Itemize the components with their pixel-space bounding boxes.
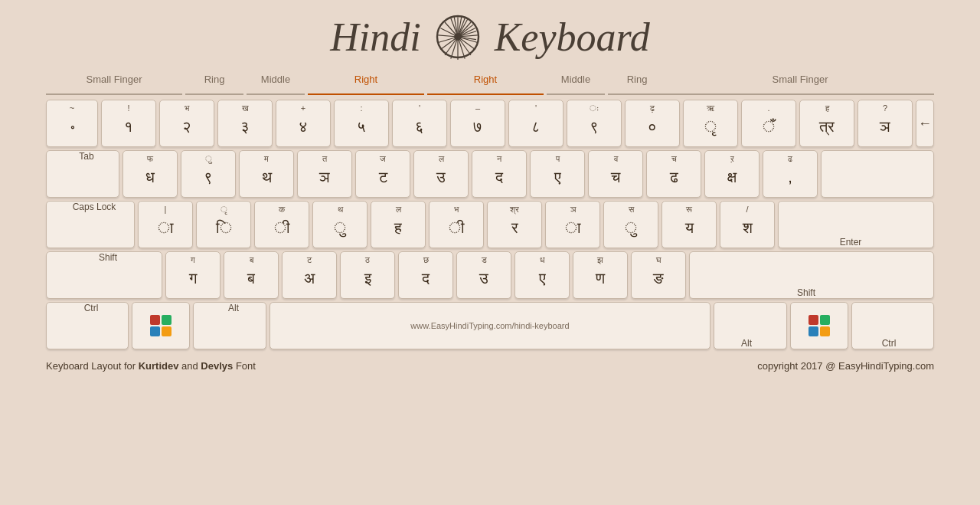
key-enter[interactable]: Enter [778, 201, 934, 248]
key-top: ढ [788, 154, 792, 164]
key-alt-left[interactable]: Alt [193, 302, 266, 349]
key-z[interactable]: ग ग [165, 251, 220, 299]
key-m[interactable]: ध ए [514, 251, 570, 299]
key-l[interactable]: स ु [603, 201, 658, 248]
key-main: ँ [763, 118, 775, 136]
key-9[interactable]: ः ९ [567, 100, 622, 147]
key-bracket-open[interactable]: ह त्र [799, 100, 854, 147]
key-n[interactable]: ड उ [456, 251, 511, 299]
key-top: | [165, 205, 167, 214]
key-c[interactable]: ट अ [282, 251, 337, 299]
key-b[interactable]: छ द [398, 251, 453, 299]
key-j[interactable]: श्र र [487, 201, 542, 248]
key-top: ' [535, 103, 537, 113]
key-4[interactable]: + ४ [276, 100, 331, 147]
key-v[interactable]: ठ इ [340, 251, 395, 299]
key-8[interactable]: ' ८ [508, 100, 564, 147]
key-win-left[interactable] [132, 302, 190, 349]
key-5[interactable]: : ५ [334, 100, 389, 147]
key-win-right[interactable] [790, 302, 848, 349]
key-d[interactable]: क ी [254, 201, 309, 248]
key-shift-right[interactable]: Shift [689, 251, 934, 299]
key-top: घ [656, 255, 661, 265]
key-h[interactable]: भ ी [429, 201, 484, 248]
key-k[interactable]: ञ ा [545, 201, 600, 248]
key-0[interactable]: ढ़ ० [625, 100, 680, 147]
key-u[interactable]: न द [472, 150, 527, 198]
key-main: च [611, 169, 620, 186]
key-7[interactable]: – ७ [450, 100, 505, 147]
finger-label-middle-left: Middle [247, 74, 305, 95]
key-y[interactable]: ल उ [413, 150, 469, 198]
key-space[interactable]: www.EasyHindiTyping.com/hindi-keyboard [270, 302, 710, 349]
key-top: म [264, 154, 269, 164]
key-3[interactable]: ख ३ [217, 100, 273, 147]
key-top: ज [380, 154, 386, 164]
key-2[interactable]: भ २ [159, 100, 214, 147]
key-main: ञ [880, 118, 890, 136]
key-ctrl-left[interactable]: Ctrl [46, 302, 129, 349]
key-bracket-close[interactable]: ? ञ [858, 100, 913, 147]
key-semicolon[interactable]: रू य [662, 201, 717, 248]
enter-label: Enter [840, 237, 862, 248]
key-main: द [495, 169, 503, 186]
key-backslash[interactable] [821, 150, 934, 198]
key-o[interactable]: व च [588, 150, 643, 198]
key-e[interactable]: म थ [239, 150, 294, 198]
key-alt-right[interactable]: Alt [714, 302, 787, 349]
key-period[interactable]: घ ङ [631, 251, 686, 299]
key-q[interactable]: फ ध [122, 150, 178, 198]
key-shift-left[interactable]: Shift [46, 251, 162, 299]
key-comma[interactable]: झ ण [573, 251, 628, 299]
key-top: ' [419, 103, 420, 113]
key-p[interactable]: च ढ [646, 150, 701, 198]
key-main: इ [364, 270, 371, 287]
key-main: ५ [357, 118, 366, 136]
key-s[interactable]: ृ ि [196, 201, 251, 248]
key-equals[interactable]: . ँ [741, 100, 796, 147]
key-main: श [743, 219, 753, 237]
key-right-bracket[interactable]: ढ , [763, 150, 818, 198]
key-backtick[interactable]: ~ ॰ [46, 100, 98, 147]
key-top: न [497, 154, 501, 164]
key-1[interactable]: ! १ [101, 100, 156, 147]
title-part2: Keyboard [495, 15, 650, 60]
ashoka-wheel-icon [435, 14, 481, 60]
key-top: ब [250, 255, 253, 265]
key-top: ऱ [730, 154, 734, 164]
key-top: प [556, 154, 560, 164]
svg-line-14 [440, 37, 458, 50]
key-main: ॰ [70, 118, 75, 136]
key-tab[interactable]: Tab [46, 150, 119, 198]
footer-left-text: Keyboard Layout for Kurtidev and Devlys … [46, 360, 256, 372]
key-main: ७ [473, 118, 482, 136]
key-main: ि [216, 219, 232, 237]
key-a[interactable]: | ा [138, 201, 193, 248]
key-backspace[interactable]: ← [916, 100, 934, 147]
key-t[interactable]: ज ट [355, 150, 410, 198]
key-main: ए [539, 270, 546, 287]
key-capslock[interactable]: Caps Lock [46, 201, 135, 248]
key-main: , [788, 169, 792, 186]
key-w[interactable]: ु ९ [181, 150, 236, 198]
key-main: ३ [240, 118, 250, 136]
key-6[interactable]: ' ६ [392, 100, 447, 147]
capslock-label: Caps Lock [73, 202, 116, 212]
key-ctrl-right[interactable]: Ctrl [851, 302, 934, 349]
key-r[interactable]: त ञ [297, 150, 352, 198]
tab-label: Tab [79, 151, 93, 162]
key-top: ऋ [707, 103, 714, 113]
key-g[interactable]: ल ह [371, 201, 426, 248]
key-f[interactable]: थ ु [312, 201, 368, 248]
key-left-bracket[interactable]: ऱ क्ष [704, 150, 760, 198]
key-minus[interactable]: ऋ ृ [683, 100, 738, 147]
key-quote[interactable]: / श [720, 201, 775, 248]
key-top: ड [482, 255, 487, 265]
key-x[interactable]: ब ब [224, 251, 279, 299]
key-main: ९ [590, 118, 599, 136]
key-i[interactable]: प ए [530, 150, 585, 198]
key-main: र [511, 219, 518, 237]
key-main: ा [158, 219, 174, 237]
key-top: त [322, 154, 327, 164]
key-top: ह [825, 103, 829, 113]
